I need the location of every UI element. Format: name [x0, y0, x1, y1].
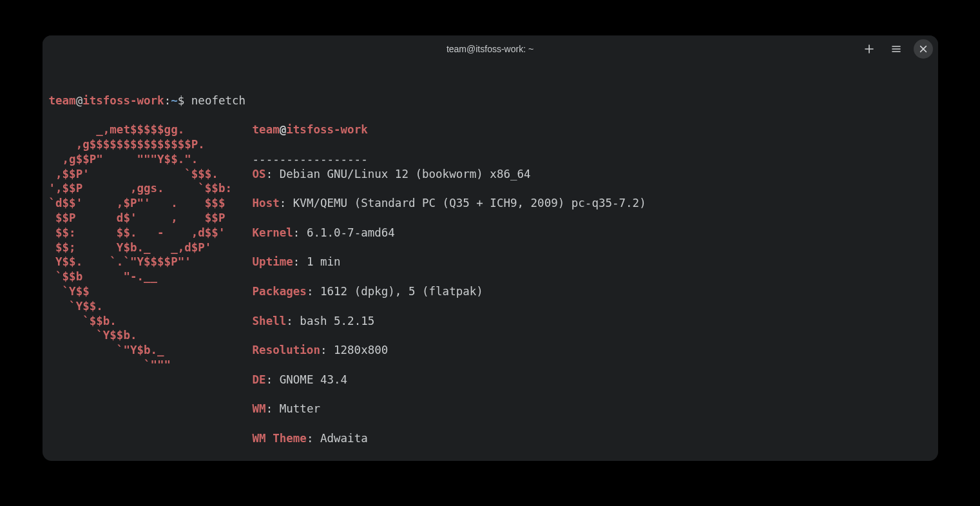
hamburger-icon: [891, 44, 901, 54]
prompt-symbol: $: [178, 94, 191, 107]
ascii-line: $$: $$. - ,d$$': [49, 226, 253, 239]
info-value-text: 1280x800: [334, 344, 388, 356]
prompt-at: @: [76, 94, 83, 107]
ascii-line: `Y$$.: [49, 300, 253, 313]
info-value-text: KVM/QEMU (Standard PC (Q35 + ICH9, 2009)…: [293, 197, 646, 209]
info-value-text: Debian GNU/Linux 12 (bookworm) x86_64: [280, 168, 531, 180]
terminal-body[interactable]: team@itsfoss-work:~$ neofetch _,met$$$$$…: [43, 63, 938, 461]
info-value: : 1280x800: [320, 344, 388, 356]
info-value: : Mutter: [266, 402, 320, 415]
prompt-path: ~: [171, 94, 178, 107]
info-value: : Adwaita: [307, 432, 368, 445]
info-os: OS: Debian GNU/Linux 12 (bookworm) x86_6…: [253, 167, 646, 182]
info-header: team@itsfoss-work: [253, 122, 646, 137]
info-key: Resolution: [253, 344, 320, 356]
header-host: itsfoss-work: [286, 123, 367, 136]
info-separator: -----------------: [253, 153, 368, 166]
command-text: neofetch: [191, 94, 245, 107]
ascii-line: $$; Y$b._ _,d$P': [49, 241, 253, 254]
ascii-line: `Y$$: [49, 285, 253, 298]
menu-button[interactable]: [887, 39, 906, 59]
close-button[interactable]: [914, 39, 933, 59]
info-resolution: Resolution: 1280x800: [253, 343, 646, 358]
info-packages: Packages: 1612 (dpkg), 5 (flatpak): [253, 284, 646, 299]
info-value-text: bash 5.2.15: [300, 315, 374, 327]
info-value-text: 1 min: [307, 255, 341, 268]
info-kernel: Kernel: 6.1.0-7-amd64: [253, 226, 646, 240]
titlebar: team@itsfoss-work: ~: [43, 35, 938, 63]
info-wm-theme: WM Theme: Adwaita: [253, 431, 646, 446]
ascii-line: `$$b "-.__: [49, 270, 253, 283]
ascii-line: ,g$$$$$$$$$$$$$$$P.: [49, 138, 253, 151]
ascii-line: Y$$. `.`"Y$$$$P"': [49, 255, 253, 268]
ascii-line: $$P d$' , $$P: [49, 211, 253, 224]
ascii-line: `"Y$b._: [49, 344, 253, 356]
info-key: WM Theme: [253, 432, 307, 445]
ascii-line: _,met$$$$$gg.: [49, 123, 253, 136]
ascii-line: ,$$P' `$$$.: [49, 168, 253, 180]
info-key: Uptime: [253, 255, 293, 268]
info-value: : 1612 (dpkg), 5 (flatpak): [307, 285, 483, 298]
info-value: : 1 min: [293, 255, 341, 268]
close-icon: [919, 44, 928, 54]
prompt-colon: :: [164, 94, 171, 107]
info-uptime: Uptime: 1 min: [253, 255, 646, 269]
header-user: team: [253, 123, 280, 136]
info-key: Shell: [253, 315, 287, 327]
info-key: WM: [253, 402, 266, 415]
system-info: team@itsfoss-work ----------------- OS: …: [253, 122, 646, 461]
info-value-text: 6.1.0-7-amd64: [307, 226, 395, 239]
info-value-text: Mutter: [280, 402, 320, 415]
info-value: : bash 5.2.15: [286, 315, 374, 327]
ascii-line: `Y$$b.: [49, 329, 253, 342]
window-title: team@itsfoss-work: ~: [43, 44, 938, 54]
ascii-line: ,g$$P" """Y$$.".: [49, 153, 253, 166]
info-value: : GNOME 43.4: [266, 373, 347, 386]
ascii-line: `d$$' ,$P"' . $$$: [49, 197, 253, 209]
info-key: OS: [253, 168, 266, 180]
neofetch-output: _,met$$$$$gg. ,g$$$$$$$$$$$$$$$P. ,g$$P"…: [49, 122, 932, 461]
info-wm: WM: Mutter: [253, 402, 646, 416]
info-value-text: 1612 (dpkg), 5 (flatpak): [320, 285, 483, 298]
info-host: Host: KVM/QEMU (Standard PC (Q35 + ICH9,…: [253, 196, 646, 211]
ascii-logo: _,met$$$$$gg. ,g$$$$$$$$$$$$$$$P. ,g$$P"…: [49, 122, 253, 461]
info-de: DE: GNOME 43.4: [253, 373, 646, 387]
info-key: Packages: [253, 285, 307, 298]
info-shell: Shell: bash 5.2.15: [253, 314, 646, 329]
ascii-line: ',$$P ,ggs. `$$b:: [49, 182, 253, 195]
info-value-text: GNOME 43.4: [280, 373, 347, 386]
info-key: Kernel: [253, 226, 293, 239]
info-value: : 6.1.0-7-amd64: [293, 226, 395, 239]
info-value-text: Adwaita: [320, 432, 368, 445]
prompt-user: team: [49, 94, 76, 107]
info-key: Host: [253, 197, 280, 209]
header-at: @: [280, 123, 287, 136]
info-value: : Debian GNU/Linux 12 (bookworm) x86_64: [266, 168, 531, 180]
terminal-window: team@itsfoss-work: ~ team@itsfoss-work:~…: [43, 35, 938, 461]
new-tab-button[interactable]: [860, 39, 879, 59]
ascii-line: `$$b.: [49, 315, 253, 327]
prompt-line-1: team@itsfoss-work:~$ neofetch: [49, 93, 932, 108]
window-controls: [860, 39, 933, 59]
info-key: DE: [253, 373, 266, 386]
info-value: : KVM/QEMU (Standard PC (Q35 + ICH9, 200…: [280, 197, 646, 209]
ascii-line: `""": [49, 358, 253, 371]
plus-icon: [864, 44, 874, 54]
prompt-host: itsfoss-work: [82, 94, 164, 107]
